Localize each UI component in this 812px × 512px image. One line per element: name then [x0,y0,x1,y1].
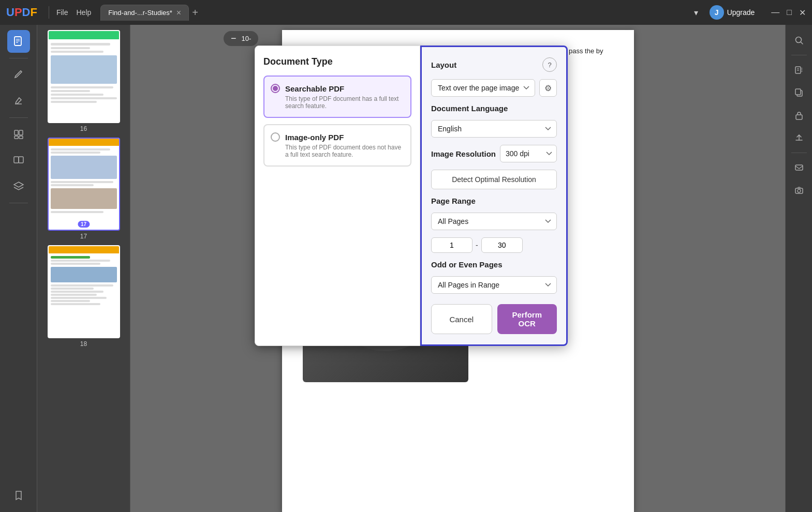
minimize-btn[interactable]: — [771,8,779,18]
title-divider [49,6,49,19]
layout-gear-btn[interactable]: ⚙ [539,79,557,97]
svg-marker-10 [14,182,23,187]
app-logo: UPDF [6,6,37,19]
help-menu[interactable]: Help [76,8,91,17]
image-only-pdf-label: Image-only PDF [285,133,344,142]
lock-icon-btn[interactable] [789,105,809,126]
thumbnail-num-16: 16 [80,125,87,132]
main-layout: 16 17 17 [0,25,812,512]
svg-rect-8 [14,157,19,163]
thumbnail-image-18 [48,245,120,338]
odd-even-select[interactable]: All Pages in Range Odd Pages Only Even P… [431,276,557,294]
content-area: − 10- Step 1: You must make an online ap… [130,25,785,512]
ocr-settings-panel: Layout ? Text over the page image Text u… [420,46,568,346]
left-sidebar [0,25,37,512]
thumbnail-num-18: 18 [80,340,87,348]
sidebar-item-organize[interactable] [7,123,30,146]
title-bar-right: ▾ J Upgrade — □ ✕ [694,3,806,22]
svg-rect-24 [796,115,802,119]
svg-rect-23 [795,89,801,95]
new-tab-btn[interactable]: + [192,7,198,19]
sidebar-item-reader[interactable] [7,30,30,53]
file-menu[interactable]: File [56,8,68,17]
maximize-btn[interactable]: □ [787,8,792,18]
sidebar-sep-3 [9,203,28,203]
right-icon-bar [785,25,812,512]
share-icon-btn[interactable] [789,128,809,148]
layout-title: Layout [431,61,456,69]
title-bar: UPDF File Help Find-and-...r-Studies* × … [0,0,812,25]
sidebar-item-edit[interactable] [7,89,30,112]
upgrade-label: Upgrade [727,8,755,17]
search-icon-btn[interactable] [789,30,809,51]
image-only-radio[interactable] [271,132,280,142]
camera-icon-btn[interactable] [789,180,809,201]
svg-point-27 [798,189,801,192]
thumbnail-image-17: 17 [48,138,120,231]
thumbnail-item-17[interactable]: 17 17 [41,138,126,240]
page-range-select[interactable]: All Pages Current Page Custom Range [431,213,557,230]
image-only-pdf-desc: This type of PDF document does not have … [285,144,404,158]
language-select[interactable]: English French German Spanish Chinese Ja… [431,120,557,138]
sidebar-item-merge[interactable] [7,149,30,172]
sidebar-item-bookmark[interactable] [7,484,30,507]
svg-rect-25 [795,165,803,170]
upgrade-button[interactable]: J Upgrade [704,3,760,22]
ocr-icon-btn[interactable] [789,59,809,80]
sidebar-item-layers[interactable] [7,175,30,198]
thumbnail-num-17: 17 [80,233,87,240]
svg-point-17 [795,37,801,43]
svg-rect-9 [19,157,23,163]
tab-close-btn[interactable]: × [176,8,181,18]
window-controls: — □ ✕ [771,8,806,18]
sidebar-item-annotate[interactable] [7,64,30,86]
searchable-pdf-label: Searchable PDF [285,84,344,93]
svg-rect-4 [14,130,18,135]
image-resolution-title: Image Resolution [431,149,496,158]
ocr-footer: Cancel Perform OCR [431,304,557,334]
dpi-select[interactable]: 72 dpi 150 dpi 300 dpi 600 dpi [500,145,557,162]
layout-help-btn[interactable]: ? [542,57,557,72]
svg-rect-7 [19,136,23,139]
doc-type-panel: Document Type Searchable PDF This type o… [255,46,420,346]
cancel-button[interactable]: Cancel [431,304,492,334]
layout-select[interactable]: Text over the page image Text under the … [431,79,535,97]
doc-language-title: Document Language [431,104,557,113]
sidebar-sep-1 [9,58,28,58]
thumbnail-panel: 16 17 17 [37,25,130,512]
page-number-display: 10- [242,35,252,42]
searchable-pdf-desc: This type of PDF document has a full tex… [285,95,404,110]
page-minus-btn[interactable]: − [231,33,237,44]
user-avatar: J [710,5,724,20]
svg-rect-6 [14,136,18,139]
mail-icon-btn[interactable] [789,157,809,178]
close-btn[interactable]: ✕ [799,8,806,18]
ocr-dialog: Document Type Searchable PDF This type o… [255,46,568,346]
odd-even-title: Odd or Even Pages [431,260,557,269]
gear-icon: ⚙ [544,83,552,93]
window-dropdown-btn[interactable]: ▾ [694,8,698,18]
thumbnail-image-16 [48,30,120,123]
page-range-title: Page Range [431,197,557,205]
menu-bar: File Help [56,8,91,17]
thumbnail-item-16[interactable]: 16 [41,30,126,132]
svg-rect-5 [19,130,23,135]
perform-ocr-button[interactable]: Perform OCR [497,304,557,334]
searchable-pdf-option[interactable]: Searchable PDF This type of PDF document… [263,76,411,118]
right-sep-1 [791,55,807,55]
range-to-input[interactable] [481,237,523,253]
active-tab[interactable]: Find-and-...r-Studies* × [100,5,189,21]
copy-icon-btn[interactable] [789,82,809,103]
sidebar-sep-2 [9,117,28,118]
range-from-input[interactable] [431,237,473,253]
searchable-radio[interactable] [271,84,280,93]
page-range-row: - [431,237,557,253]
right-sep-2 [791,153,807,153]
image-only-pdf-option[interactable]: Image-only PDF This type of PDF document… [263,124,411,167]
doc-type-title: Document Type [263,56,411,67]
thumbnail-item-18[interactable]: 18 [41,245,126,348]
tab-name: Find-and-...r-Studies* [108,9,172,17]
detect-resolution-btn[interactable]: Detect Optimal Resolution [431,170,557,189]
tab-bar: Find-and-...r-Studies* × + [100,5,198,21]
svg-line-18 [801,42,803,44]
